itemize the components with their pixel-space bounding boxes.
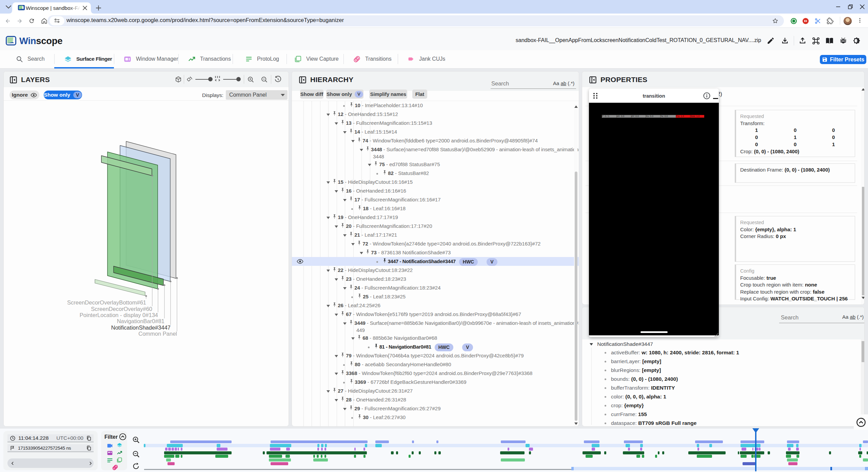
svg-text:Common Panel: Common Panel (138, 331, 177, 337)
svg-text:ScreenDecorOverlay#60: ScreenDecorOverlay#60 (91, 306, 152, 312)
svg-text:PointerLocation - display 0#13: PointerLocation - display 0#134 (80, 312, 158, 318)
svg-text:NavigationBar0#81: NavigationBar0#81 (117, 318, 164, 324)
svg-text:ScreenDecorOverlayBottom#61: ScreenDecorOverlayBottom#61 (67, 299, 146, 306)
svg-text:NotificationShade#3447: NotificationShade#3447 (111, 324, 171, 331)
